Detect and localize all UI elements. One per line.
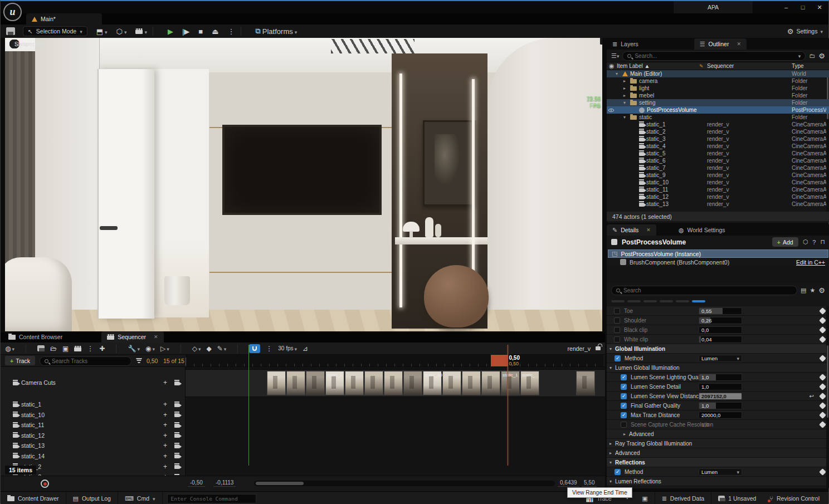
revert-icon[interactable]: ↩ — [810, 393, 814, 399]
property-value-field[interactable]: 1,0 — [699, 374, 742, 381]
sequence-name-badge[interactable]: render_v — [568, 345, 591, 352]
outliner-search-input[interactable] — [635, 53, 794, 59]
keyframe-icon[interactable] — [819, 336, 826, 343]
outliner-row[interactable]: ▾ static Folder — [607, 114, 829, 121]
property-checkbox[interactable] — [615, 469, 621, 475]
add-component-button[interactable]: +Add — [772, 237, 798, 247]
keyframe-options-icon[interactable]: ◇ — [192, 345, 201, 353]
timeline-scrollbar[interactable] — [254, 481, 555, 486]
tab-details[interactable]: ✎Details✕ — [607, 224, 656, 236]
filter-chip[interactable] — [643, 300, 657, 302]
details-search-input[interactable] — [623, 287, 792, 293]
outliner-search[interactable] — [622, 51, 806, 61]
menu-item[interactable] — [80, 1, 93, 13]
section-lumen-gi[interactable]: ▾Lumen Global Illumination — [607, 363, 829, 373]
column-item-label[interactable]: Item Label ▲ — [617, 63, 650, 69]
outliner-row[interactable]: ▸ camera Folder — [607, 77, 829, 85]
outliner-row[interactable]: static_2 render_v CineCameraActor — [607, 128, 829, 135]
maximize-button[interactable]: □ — [797, 4, 808, 11]
sequencer-track-row[interactable]: static_12 + — [1, 430, 185, 441]
outliner-row[interactable]: static_12 render_v CineCameraActor — [607, 193, 829, 200]
property-value-field[interactable]: 0,04 — [699, 336, 742, 343]
section-global-illumination[interactable]: ▾Global Illumination — [607, 344, 829, 354]
skip-button[interactable]: |▶ — [182, 27, 189, 36]
tab-content-browser[interactable]: Content Browser — [3, 331, 68, 342]
eject-button[interactable]: ⏏ — [212, 27, 218, 36]
cmd-dropdown[interactable]: ⌨Cmd — [118, 492, 163, 504]
property-value-field[interactable]: 1,0 — [699, 421, 742, 428]
keyframe-icon[interactable] — [819, 393, 826, 400]
timeline-lanes[interactable]: static_1 static_10 — [186, 367, 605, 476]
console-command-field[interactable] — [167, 494, 256, 503]
add-section-button[interactable]: + — [163, 432, 167, 439]
property-row[interactable]: Scene Capture Cache Resolution 1,0 — [607, 420, 829, 429]
column-sequencer[interactable]: Sequencer — [707, 63, 734, 69]
curve-editor-icon[interactable]: ⊿ — [303, 345, 308, 353]
auto-key-icon[interactable]: ◆ — [206, 345, 211, 353]
section-reflections[interactable]: ▾Reflections — [607, 458, 829, 467]
platforms-dropdown[interactable]: ⧉ Platforms — [256, 27, 298, 36]
outliner-row[interactable]: PostProcessVolume PostProcessVolume — [607, 106, 829, 114]
property-checkbox[interactable] — [621, 384, 627, 390]
track-search-input[interactable] — [52, 358, 126, 364]
camera-lock-icon[interactable] — [174, 403, 179, 407]
keyframe-icon[interactable] — [819, 468, 826, 476]
property-checkbox[interactable] — [621, 412, 627, 418]
property-value-field[interactable]: 20000,0 — [699, 412, 742, 419]
create-camera-icon[interactable]: ▣ — [62, 345, 69, 353]
expander-icon[interactable]: ▸ — [623, 93, 628, 98]
outliner-row[interactable]: ▸ mebel Folder — [607, 92, 829, 99]
menu-item[interactable] — [66, 1, 80, 13]
property-checkbox[interactable] — [615, 355, 621, 361]
display-options-icon[interactable]: ▤ — [801, 287, 806, 294]
property-row[interactable]: Lumen Scene View Distance 2097152,0 ↩ — [607, 392, 829, 401]
add-section-button[interactable]: + — [163, 452, 167, 460]
outliner-row[interactable]: static_6 render_v CineCameraActor — [607, 157, 829, 164]
viewport[interactable]: ≡ ⬒Perspective ◐Lit Show ↖ ✛ ↻ ⇲ ⊕ ✲ ▦ 1… — [5, 38, 602, 331]
render-movie-icon[interactable] — [74, 346, 81, 351]
keyframe-icon[interactable] — [819, 355, 826, 362]
add-section-button[interactable]: + — [163, 421, 167, 429]
property-value-field[interactable]: 1,0 — [699, 402, 742, 409]
filter-chip[interactable] — [692, 300, 705, 302]
add-actor-button[interactable]: ⬒ — [96, 27, 108, 36]
expander-icon[interactable]: ▾ — [623, 115, 628, 120]
details-settings-icon[interactable] — [818, 286, 825, 295]
camera-cut-thumbnail[interactable] — [306, 371, 325, 395]
property-checkbox[interactable] — [621, 374, 627, 380]
sequencer-track-row[interactable]: static_1 + — [1, 399, 185, 409]
camera-lock-icon[interactable] — [174, 454, 179, 458]
add-section-button[interactable]: + — [163, 400, 167, 408]
view-range-end[interactable]: 5,50 — [582, 479, 597, 487]
menu-item[interactable] — [53, 1, 66, 13]
property-value-field[interactable]: 0,0 — [699, 326, 742, 334]
outliner-row[interactable]: static_7 render_v CineCameraActor — [607, 164, 829, 172]
outliner-row[interactable]: ▾ setting Folder — [607, 99, 829, 106]
visibility-column-icon[interactable]: ◉ — [609, 62, 615, 70]
outliner-row[interactable]: static_10 render_v CineCameraActor — [607, 179, 829, 186]
playback-start[interactable]: -0,1113 — [213, 479, 236, 487]
camera-cuts-thumbnail-lane[interactable]: static_1 static_10 — [186, 369, 605, 397]
save-icon[interactable] — [6, 27, 15, 35]
camera-lock-icon[interactable] — [174, 413, 179, 417]
outliner-row[interactable]: static_3 render_v CineCameraActor — [607, 135, 829, 143]
kebab-icon[interactable]: ⋮ — [87, 345, 94, 353]
details-search[interactable] — [611, 286, 797, 295]
property-row[interactable]: Lumen Scene Lighting Quality 1,0 — [607, 373, 829, 382]
tab-sequencer[interactable]: Sequencer✕ — [101, 331, 163, 342]
camera-cut-thumbnail[interactable] — [364, 371, 383, 395]
outliner-row[interactable]: static_11 render_v CineCameraActor — [607, 186, 829, 193]
save-sequence-icon[interactable] — [37, 345, 45, 351]
camera-lock-icon[interactable] — [174, 381, 179, 385]
blueprints-button[interactable]: ⬡ — [116, 27, 127, 36]
keyframe-icon[interactable] — [819, 326, 826, 334]
property-checkbox[interactable] — [614, 336, 620, 342]
sequencer-settings-icon[interactable]: 🔧 — [128, 345, 140, 353]
close-icon[interactable]: ✕ — [154, 334, 158, 340]
property-row[interactable]: White clip 0,04 — [607, 335, 829, 344]
property-checkbox[interactable] — [621, 422, 627, 428]
snap-toggle[interactable] — [249, 344, 260, 353]
property-checkbox[interactable] — [621, 403, 627, 409]
property-checkbox[interactable] — [614, 317, 620, 324]
add-section-button[interactable]: + — [163, 379, 167, 386]
